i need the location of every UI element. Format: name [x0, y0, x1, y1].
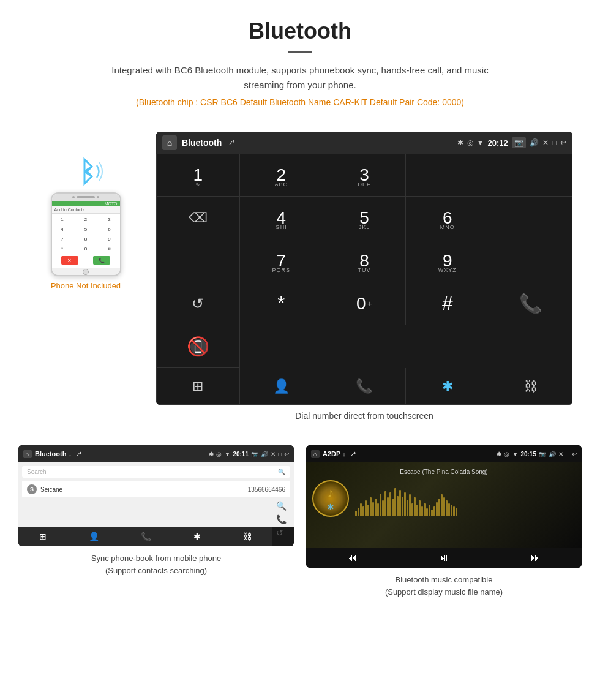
- phone-camera-dot: [72, 196, 75, 198]
- dial-key-6[interactable]: 6MNO: [406, 197, 489, 239]
- vis-bar: [426, 508, 428, 516]
- pb-btn-contacts[interactable]: 👤: [89, 532, 99, 541]
- pb-contact-name: Seicane: [40, 486, 244, 493]
- dial-key-9[interactable]: 9WXYZ: [406, 239, 489, 282]
- vis-bar: [358, 508, 359, 516]
- phonebook-screen: ⌂ Bluetooth ↓ ⎇ ✱ ◎ ▼ 20:11 📷 🔊 ✕ □ ↩: [18, 445, 294, 546]
- pb-side-search[interactable]: 🔍: [276, 501, 287, 511]
- page-header: Bluetooth Integrated with BC6 Bluetooth …: [0, 0, 600, 126]
- dial-key-2[interactable]: 2ABC: [240, 154, 323, 197]
- dial-tab-keypad[interactable]: ⊞: [157, 368, 240, 405]
- phone-key-5[interactable]: 5: [77, 225, 94, 234]
- pb-home-icon[interactable]: ⌂: [23, 450, 32, 458]
- pb-btn-call[interactable]: 📞: [141, 532, 151, 541]
- pb-contact-row[interactable]: S Seicane 13566664466: [22, 481, 290, 497]
- phone-key-7[interactable]: 7: [54, 235, 71, 244]
- dial-key-hash[interactable]: #: [406, 282, 489, 325]
- vis-bar: [416, 505, 418, 516]
- phone-key-8[interactable]: 8: [77, 235, 94, 244]
- bluetooth-status-icon: ✱: [457, 138, 463, 147]
- phone-key-3[interactable]: 3: [101, 216, 118, 224]
- bluetooth-signal-icon: [67, 156, 104, 189]
- phone-sensor-dot: [97, 196, 99, 198]
- music-win-icon: □: [566, 451, 569, 457]
- phone-key-hash[interactable]: #: [101, 245, 118, 254]
- phone-keypad: 1 2 3 4 5 6 7 8 9 * 0 #: [52, 214, 120, 268]
- dial-tab-link[interactable]: ⛓: [489, 368, 572, 405]
- page-title: Bluetooth: [12, 18, 588, 44]
- pb-status-right: ✱ ◎ ▼ 20:11 📷 🔊 ✕ □ ↩: [209, 451, 289, 457]
- phone-top-bar: [52, 194, 120, 201]
- phone-key-star[interactable]: *: [54, 245, 71, 254]
- vis-bar: [421, 506, 423, 516]
- home-icon-btn[interactable]: ⌂: [162, 135, 177, 150]
- volume-icon: 🔊: [530, 138, 539, 147]
- keypad-row-1: 1 2 3: [54, 216, 118, 224]
- phone-key-0[interactable]: 0: [77, 245, 94, 254]
- dial-key-7[interactable]: 7PQRS: [240, 239, 323, 282]
- dial-key-3[interactable]: 3DEF: [323, 154, 407, 197]
- pb-cam-icon: 📷: [251, 451, 258, 457]
- vis-bar: [404, 492, 406, 516]
- music-visualizer: [355, 482, 576, 516]
- dial-key-8[interactable]: 8TUV: [323, 239, 407, 282]
- music-status-bar: ⌂ A2DP ↓ ⎇ ✱ ◎ ▼ 20:15 📷 🔊 ✕ □ ↩: [306, 445, 582, 462]
- phone-key-9[interactable]: 9: [101, 235, 118, 244]
- pb-btn-link[interactable]: ⛓: [243, 532, 252, 541]
- music-bt-icon: ✱: [497, 451, 501, 457]
- music-next-btn[interactable]: ⏭: [531, 552, 541, 563]
- pb-win-icon: □: [278, 451, 282, 457]
- phonebook-caption-line2: (Support contacts searching): [105, 566, 207, 575]
- music-prev-btn[interactable]: ⏮: [347, 552, 357, 563]
- pb-search-placeholder: Search: [27, 469, 47, 475]
- phone-mockup: MOTO Add to Contacts 1 2 3 4 5 6 7 8 9: [51, 192, 121, 276]
- phone-end-call[interactable]: ✕: [61, 256, 78, 265]
- pb-search-bar[interactable]: Search 🔍: [22, 466, 290, 478]
- location-icon: ◎: [467, 138, 473, 147]
- phone-key-1[interactable]: 1: [54, 216, 71, 224]
- dial-call-button[interactable]: 📞: [489, 282, 572, 325]
- music-loc-icon: ◎: [504, 451, 509, 457]
- dial-key-star[interactable]: *: [240, 282, 323, 325]
- dial-end-call-button[interactable]: 📵: [157, 325, 240, 368]
- dial-key-4[interactable]: 4GHI: [240, 197, 323, 239]
- music-caption-line1: Bluetooth music compatible: [396, 575, 493, 584]
- dial-section: MOTO Add to Contacts 1 2 3 4 5 6 7 8 9: [0, 126, 600, 445]
- dial-key-1[interactable]: 1∿: [157, 154, 240, 197]
- title-divider: [288, 51, 312, 53]
- status-time: 20:12: [488, 138, 508, 148]
- music-controls-bar: ⏮ ⏯ ⏭: [306, 548, 582, 568]
- dial-tab-contacts[interactable]: 👤: [240, 368, 323, 405]
- phone-key-4[interactable]: 4: [54, 225, 71, 234]
- music-song-title: Escape (The Pina Colada Song): [400, 469, 487, 475]
- phone-call[interactable]: 📞: [93, 256, 110, 265]
- dial-tab-bluetooth[interactable]: ✱: [406, 368, 489, 405]
- vis-bar: [392, 499, 394, 516]
- dial-tab-call[interactable]: 📞: [323, 368, 407, 405]
- pb-side-call[interactable]: 📞: [276, 514, 287, 524]
- pb-btn-keypad[interactable]: ⊞: [39, 532, 47, 541]
- pb-back-icon: ↩: [284, 451, 289, 457]
- vis-bar: [448, 503, 450, 516]
- pb-btn-bt[interactable]: ✱: [193, 532, 201, 541]
- vis-bar: [419, 500, 421, 516]
- phone-bottom-bar: [52, 268, 120, 275]
- vis-bar: [407, 500, 408, 516]
- pb-contact-initial: S: [27, 484, 37, 494]
- vis-bar: [382, 500, 384, 516]
- music-play-pause-btn[interactable]: ⏯: [439, 552, 449, 563]
- vis-bar: [375, 499, 377, 516]
- dial-key-5[interactable]: 5JKL: [323, 197, 407, 239]
- dial-redial[interactable]: ↺: [157, 282, 240, 325]
- keypad-row-2: 4 5 6: [54, 225, 118, 234]
- dial-backspace[interactable]: ⌫: [157, 197, 240, 239]
- phone-home-button[interactable]: [83, 269, 89, 275]
- pb-side-reload[interactable]: ↺: [276, 528, 287, 538]
- phone-key-2[interactable]: 2: [77, 216, 94, 224]
- pb-title: Bluetooth ↓: [35, 450, 72, 457]
- pb-contact-phone: 13566664466: [248, 486, 285, 493]
- dial-key-0[interactable]: 0+: [323, 282, 407, 325]
- phone-key-6[interactable]: 6: [101, 225, 118, 234]
- music-home-icon[interactable]: ⌂: [311, 450, 320, 458]
- close-icon: ✕: [542, 138, 549, 147]
